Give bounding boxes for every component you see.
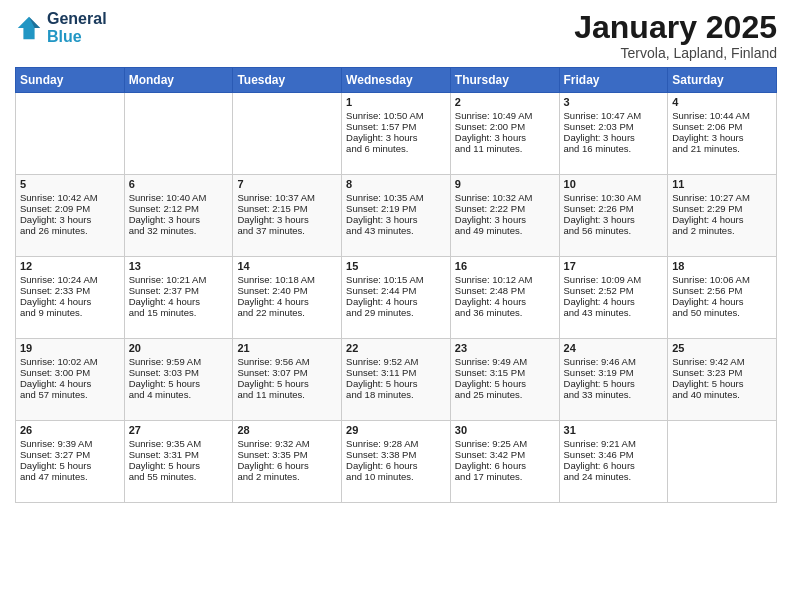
cell-content: Daylight: 3 hours [455, 132, 555, 143]
cell-w2-d1: 6Sunrise: 10:40 AMSunset: 2:12 PMDayligh… [124, 175, 233, 257]
cell-content: Daylight: 4 hours [20, 378, 120, 389]
cell-content: and 33 minutes. [564, 389, 664, 400]
cell-content: Daylight: 3 hours [129, 214, 229, 225]
week-row-2: 5Sunrise: 10:42 AMSunset: 2:09 PMDayligh… [16, 175, 777, 257]
cell-content: Sunrise: 9:49 AM [455, 356, 555, 367]
cell-content: Sunset: 2:52 PM [564, 285, 664, 296]
cell-w2-d0: 5Sunrise: 10:42 AMSunset: 2:09 PMDayligh… [16, 175, 125, 257]
logo-icon [15, 14, 43, 42]
cell-content: Sunrise: 10:06 AM [672, 274, 772, 285]
cell-content: Sunrise: 9:39 AM [20, 438, 120, 449]
cell-content: Daylight: 4 hours [20, 296, 120, 307]
cell-content: and 9 minutes. [20, 307, 120, 318]
header-sunday: Sunday [16, 68, 125, 93]
cell-content: Sunset: 3:23 PM [672, 367, 772, 378]
cell-content: Sunrise: 10:35 AM [346, 192, 446, 203]
day-number: 30 [455, 424, 555, 436]
cell-content: and 57 minutes. [20, 389, 120, 400]
cell-content: and 40 minutes. [672, 389, 772, 400]
cell-content: Sunset: 3:38 PM [346, 449, 446, 460]
cell-content: Daylight: 3 hours [564, 214, 664, 225]
day-number: 29 [346, 424, 446, 436]
cell-w5-d4: 30Sunrise: 9:25 AMSunset: 3:42 PMDayligh… [450, 421, 559, 503]
cell-content: and 2 minutes. [237, 471, 337, 482]
cell-content: Sunrise: 10:42 AM [20, 192, 120, 203]
cell-content: Daylight: 5 hours [672, 378, 772, 389]
logo-text: General Blue [47, 10, 107, 46]
cell-content: Sunset: 3:00 PM [20, 367, 120, 378]
day-number: 11 [672, 178, 772, 190]
cell-content: and 10 minutes. [346, 471, 446, 482]
day-number: 27 [129, 424, 229, 436]
cell-content: Sunrise: 9:42 AM [672, 356, 772, 367]
cell-content: Sunrise: 9:56 AM [237, 356, 337, 367]
cell-content: Sunrise: 10:50 AM [346, 110, 446, 121]
cell-content: Sunset: 3:03 PM [129, 367, 229, 378]
cell-content: Sunset: 2:29 PM [672, 203, 772, 214]
cell-content: Daylight: 3 hours [455, 214, 555, 225]
cell-content: and 56 minutes. [564, 225, 664, 236]
cell-w4-d5: 24Sunrise: 9:46 AMSunset: 3:19 PMDayligh… [559, 339, 668, 421]
cell-w1-d1 [124, 93, 233, 175]
cell-content: and 15 minutes. [129, 307, 229, 318]
cell-w3-d0: 12Sunrise: 10:24 AMSunset: 2:33 PMDaylig… [16, 257, 125, 339]
day-number: 2 [455, 96, 555, 108]
cell-content: Daylight: 3 hours [564, 132, 664, 143]
cell-w2-d5: 10Sunrise: 10:30 AMSunset: 2:26 PMDaylig… [559, 175, 668, 257]
cell-content: Sunrise: 10:18 AM [237, 274, 337, 285]
cell-w3-d6: 18Sunrise: 10:06 AMSunset: 2:56 PMDaylig… [668, 257, 777, 339]
day-number: 16 [455, 260, 555, 272]
cell-content: Sunset: 2:15 PM [237, 203, 337, 214]
cell-content: Sunrise: 10:24 AM [20, 274, 120, 285]
day-number: 4 [672, 96, 772, 108]
cell-content: Daylight: 5 hours [346, 378, 446, 389]
cell-content: Sunrise: 10:37 AM [237, 192, 337, 203]
cell-content: Sunset: 2:03 PM [564, 121, 664, 132]
cell-content: Daylight: 5 hours [129, 378, 229, 389]
logo: General Blue [15, 10, 107, 46]
cell-content: Sunrise: 10:21 AM [129, 274, 229, 285]
cell-w5-d2: 28Sunrise: 9:32 AMSunset: 3:35 PMDayligh… [233, 421, 342, 503]
cell-content: Daylight: 6 hours [564, 460, 664, 471]
cell-w5-d6 [668, 421, 777, 503]
cell-content: Sunrise: 9:52 AM [346, 356, 446, 367]
cell-content: and 25 minutes. [455, 389, 555, 400]
cell-content: and 47 minutes. [20, 471, 120, 482]
calendar-title: January 2025 [574, 10, 777, 45]
cell-content: Sunset: 3:42 PM [455, 449, 555, 460]
cell-content: and 17 minutes. [455, 471, 555, 482]
cell-content: and 2 minutes. [672, 225, 772, 236]
day-number: 20 [129, 342, 229, 354]
day-number: 17 [564, 260, 664, 272]
day-number: 24 [564, 342, 664, 354]
page: General Blue January 2025 Tervola, Lapla… [0, 0, 792, 513]
cell-content: and 49 minutes. [455, 225, 555, 236]
cell-content: and 16 minutes. [564, 143, 664, 154]
title-block: January 2025 Tervola, Lapland, Finland [574, 10, 777, 61]
weekday-header-row: Sunday Monday Tuesday Wednesday Thursday… [16, 68, 777, 93]
day-number: 21 [237, 342, 337, 354]
day-number: 3 [564, 96, 664, 108]
cell-content: Daylight: 5 hours [129, 460, 229, 471]
cell-content: Sunrise: 9:21 AM [564, 438, 664, 449]
cell-content: Sunrise: 10:15 AM [346, 274, 446, 285]
cell-content: Sunrise: 10:09 AM [564, 274, 664, 285]
cell-content: and 11 minutes. [237, 389, 337, 400]
cell-content: Daylight: 5 hours [20, 460, 120, 471]
cell-content: Sunrise: 10:49 AM [455, 110, 555, 121]
cell-w5-d5: 31Sunrise: 9:21 AMSunset: 3:46 PMDayligh… [559, 421, 668, 503]
cell-content: Daylight: 5 hours [564, 378, 664, 389]
cell-content: Sunset: 2:12 PM [129, 203, 229, 214]
cell-content: Sunrise: 9:32 AM [237, 438, 337, 449]
week-row-4: 19Sunrise: 10:02 AMSunset: 3:00 PMDaylig… [16, 339, 777, 421]
cell-content: and 29 minutes. [346, 307, 446, 318]
cell-w3-d3: 15Sunrise: 10:15 AMSunset: 2:44 PMDaylig… [342, 257, 451, 339]
calendar-subtitle: Tervola, Lapland, Finland [574, 45, 777, 61]
day-number: 23 [455, 342, 555, 354]
day-number: 31 [564, 424, 664, 436]
cell-content: Daylight: 4 hours [346, 296, 446, 307]
cell-w3-d4: 16Sunrise: 10:12 AMSunset: 2:48 PMDaylig… [450, 257, 559, 339]
cell-w5-d1: 27Sunrise: 9:35 AMSunset: 3:31 PMDayligh… [124, 421, 233, 503]
cell-w1-d4: 2Sunrise: 10:49 AMSunset: 2:00 PMDayligh… [450, 93, 559, 175]
week-row-1: 1Sunrise: 10:50 AMSunset: 1:57 PMDayligh… [16, 93, 777, 175]
